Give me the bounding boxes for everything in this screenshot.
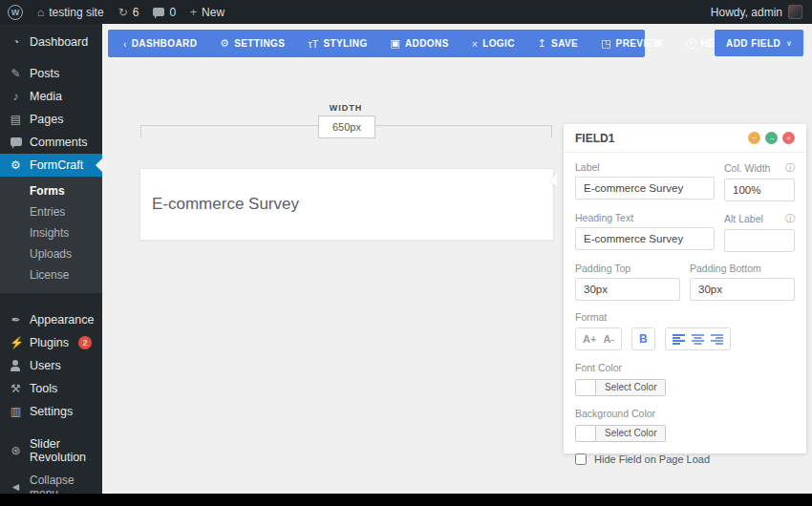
format-section-label: Format: [575, 311, 795, 323]
comment-bubble-icon: [153, 8, 164, 16]
plus-icon: +: [190, 6, 197, 19]
sidebar-item-slider-revolution[interactable]: ⊛ Slider Revolution: [0, 432, 102, 469]
sidebar-item-comments[interactable]: Comments: [0, 131, 102, 154]
heading-text-input[interactable]: [575, 227, 715, 250]
submenu-item-entries[interactable]: Entries: [0, 201, 102, 222]
toolbar-save-button[interactable]: ↥ SAVE: [526, 30, 589, 57]
sidebar-item-label: Slider Revolution: [30, 437, 98, 464]
label-field-label: Label: [575, 161, 600, 173]
width-indicator-label: WIDTH: [308, 103, 384, 113]
form-width-input[interactable]: 650px: [318, 116, 375, 138]
submenu-item-forms[interactable]: Forms: [0, 180, 102, 201]
comments-icon: [10, 136, 22, 149]
sidebar-item-pages[interactable]: ▤ Pages: [0, 108, 102, 131]
updates-count: 6: [133, 6, 139, 19]
delete-field-button[interactable]: ×: [782, 132, 795, 144]
sidebar-item-label: Settings: [30, 405, 73, 418]
updates-link[interactable]: ↻ 6: [118, 6, 139, 19]
sidebar-item-label: Dashboard: [30, 35, 88, 49]
align-right-icon[interactable]: [711, 334, 723, 345]
slider-revolution-icon: ⊛: [10, 444, 22, 457]
site-name-label: testing site: [49, 6, 103, 19]
sidebar-item-label: Posts: [30, 67, 59, 80]
submenu-item-insights[interactable]: Insights: [0, 222, 102, 243]
sidebar-item-posts[interactable]: ✎ Posts: [0, 62, 102, 85]
users-icon: [10, 360, 22, 371]
toolbar-dashboard-button[interactable]: ‹ DASHBOARD: [112, 30, 208, 57]
howdy-account-link[interactable]: Howdy, admin: [711, 6, 782, 19]
sidebar-item-plugins[interactable]: ⚡ Plugins 2: [0, 331, 102, 354]
sidebar-item-dashboard[interactable]: ◔ Dashboard: [0, 31, 102, 53]
font-size-decrease-button[interactable]: A-: [603, 333, 614, 345]
submenu-item-license[interactable]: License: [0, 264, 102, 285]
form-heading-text: E-commerce Survey: [152, 195, 299, 214]
toolbar-addons-button[interactable]: ▣ ADDONS: [379, 30, 460, 57]
padding-bottom-input[interactable]: [690, 278, 795, 301]
alt-label-label: Alt Label: [724, 213, 763, 224]
col-width-label: Col. Width: [724, 162, 770, 174]
formcraft-submenu: Forms Entries Insights Uploads License: [0, 177, 102, 293]
align-center-icon[interactable]: [692, 334, 704, 345]
footer-bar: [0, 494, 812, 506]
add-field-button[interactable]: ADD FIELD ∨: [715, 30, 803, 56]
appearance-icon: ✒: [10, 313, 22, 327]
alt-label-input[interactable]: [724, 229, 795, 252]
sidebar-item-label: Tools: [30, 382, 57, 395]
back-chevron-icon: ‹: [123, 38, 127, 50]
form-field-card[interactable]: E-commerce Survey: [139, 168, 554, 241]
bold-button[interactable]: B: [631, 327, 655, 350]
alignment-buttons: [665, 327, 731, 350]
background-color-swatch[interactable]: [575, 425, 596, 442]
toolbar-logic-button[interactable]: × LOGIC: [460, 30, 526, 57]
new-content-link[interactable]: + New: [190, 6, 224, 19]
gear-icon: ⚙: [220, 37, 229, 50]
toolbar-styling-button[interactable]: τT STYLING: [296, 30, 378, 57]
minimize-field-button[interactable]: −: [748, 132, 760, 144]
collapse-arrow-icon: ◄: [10, 480, 22, 494]
wordpress-logo-icon[interactable]: W: [8, 5, 23, 20]
label-input[interactable]: [575, 177, 715, 200]
hide-field-checkbox-label: Hide Field on Page Load: [594, 453, 710, 465]
padding-top-input[interactable]: [575, 278, 680, 301]
avatar[interactable]: [788, 5, 802, 19]
admin-bar: W ⌂ testing site ↻ 6 0 + New Howdy, admi…: [0, 0, 812, 24]
hide-field-checkbox[interactable]: [575, 453, 587, 465]
move-field-button[interactable]: →: [765, 132, 778, 144]
site-name-link[interactable]: ⌂ testing site: [37, 6, 104, 19]
sidebar-item-tools[interactable]: ⚒ Tools: [0, 377, 102, 400]
sidebar-item-label: Pages: [30, 113, 63, 126]
align-left-icon[interactable]: [673, 334, 685, 345]
logic-cross-icon: ×: [472, 38, 478, 50]
panel-pointer-arrow: [550, 174, 557, 187]
col-width-info-icon[interactable]: ⓘ: [785, 161, 795, 175]
external-link-icon: ◳: [601, 37, 610, 50]
font-color-label: Font Color: [575, 362, 795, 373]
font-size-increase-button[interactable]: A+: [583, 333, 596, 345]
typography-icon: τT: [308, 38, 318, 50]
content-area: ‹ DASHBOARD ⚙ SETTINGS τT STYLING ▣ ADDO…: [102, 24, 812, 494]
col-width-input[interactable]: [724, 179, 795, 201]
font-color-select-button[interactable]: Select Color: [596, 379, 666, 396]
toolbar-settings-button[interactable]: ⚙ SETTINGS: [208, 30, 296, 57]
field-panel-title: FIELD1: [575, 132, 614, 145]
toolbar-preview-button[interactable]: ◳ PREVIEW: [589, 30, 673, 57]
font-color-swatch[interactable]: [575, 379, 596, 396]
plugins-icon: ⚡: [10, 336, 22, 349]
background-color-select-button[interactable]: Select Color: [596, 425, 666, 442]
sidebar-item-formcraft[interactable]: ⚙ FormCraft: [0, 154, 102, 177]
sidebar-item-label: Comments: [30, 136, 87, 149]
sidebar-item-settings[interactable]: ▥ Settings: [0, 400, 102, 423]
sidebar-item-appearance[interactable]: ✒ Appearance: [0, 308, 102, 331]
tools-icon: ⚒: [10, 382, 22, 395]
alt-label-info-icon[interactable]: ⓘ: [785, 212, 795, 225]
comments-link[interactable]: 0: [153, 6, 176, 19]
help-question-icon: ?: [686, 38, 696, 49]
field-settings-panel: FIELD1 − → × Label Col. Width ⓘ: [564, 124, 806, 453]
admin-sidebar: ◔ Dashboard ✎ Posts ♪ Media ▤ Pages Comm…: [0, 24, 102, 494]
sidebar-item-users[interactable]: Users: [0, 354, 102, 377]
formcraft-toolbar: ‹ DASHBOARD ⚙ SETTINGS τT STYLING ▣ ADDO…: [108, 30, 645, 57]
sidebar-item-media[interactable]: ♪ Media: [0, 85, 102, 108]
updates-icon: ↻: [118, 6, 128, 19]
home-icon: ⌂: [37, 6, 44, 19]
submenu-item-uploads[interactable]: Uploads: [0, 243, 102, 264]
